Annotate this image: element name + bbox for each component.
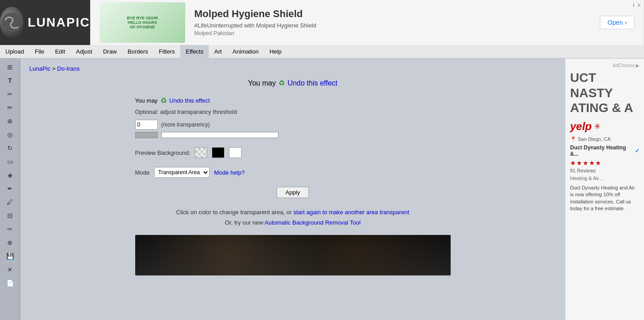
eyedropper-icon[interactable]: ✒ — [3, 182, 17, 195]
yelp-burst-icon: ✳ — [594, 122, 601, 131]
yelp-logo-area: yelp ✳ — [570, 120, 639, 133]
nav-effects[interactable]: Effects — [180, 45, 209, 59]
yelp-text: yelp — [570, 120, 592, 133]
auto-bg-removal-link[interactable]: Automatic Background Removal Tool — [265, 219, 361, 226]
stamp-icon[interactable]: ⊕ — [3, 236, 17, 249]
undo-prefix: You may — [135, 97, 158, 104]
apply-button[interactable]: Apply — [277, 187, 309, 198]
layers-icon[interactable]: ⊟ — [3, 209, 17, 222]
content-area: LunaPic > Do-trans You may ♻ Undo this e… — [20, 59, 565, 320]
ad-open-chevron: › — [625, 19, 627, 26]
logo-circle — [0, 7, 23, 38]
control-panel: You may ♻ Undo this effect Optional: adj… — [135, 96, 451, 275]
breadcrumb-home[interactable]: LunaPic — [29, 65, 50, 72]
rotate-icon[interactable]: ↻ — [3, 142, 17, 154]
page-icon[interactable]: 📄 — [3, 277, 17, 289]
logo-area: LUNAPIC — [0, 0, 90, 45]
ad-brand: Molped Pakistan — [194, 30, 591, 36]
right-ad-panel: AdChoices ▶ UCT NASTY ATING & A yelp ✳ 📍… — [565, 59, 644, 320]
left-toolbar: ⊞ T ✂ ✏ ⊕ ◎ ↻ ▭ ◈ ✒ 🖊 ⊟ ✑ ⊕ 💾 ✕ 📄 — [0, 59, 20, 320]
yelp-description: Duct Dynasty Heating and Air is now offe… — [570, 185, 639, 212]
brush-icon[interactable]: 🖊 — [3, 196, 17, 208]
scissors-icon[interactable]: ✂ — [3, 88, 17, 100]
preview-bg-row: Preview Background: — [135, 147, 451, 158]
apply-row: Apply — [135, 187, 451, 198]
ad-title: Molped Hygiene Shield — [194, 8, 591, 20]
main-title: You may ♻ Undo this effect — [29, 79, 556, 87]
nav-menu: Upload File Edit Adjust Draw Borders Fil… — [0, 45, 644, 59]
ad-subtitle: #LifeUninterrupted with Molped Hygiene S… — [194, 22, 591, 29]
star-3: ★ — [583, 159, 589, 167]
right-ad-partial-text: UCT NASTY ATING & A — [570, 70, 639, 116]
ad-open-button[interactable]: Open › — [600, 16, 635, 29]
start-again-link[interactable]: start again to make another area transpa… — [293, 209, 409, 216]
close-tool-icon[interactable]: ✕ — [3, 263, 17, 276]
biz-name-text: Duct Dynasty Heating &... — [570, 144, 633, 157]
nav-art[interactable]: Art — [209, 45, 227, 59]
slider-track[interactable] — [161, 132, 279, 138]
ad-open-label: Open — [607, 19, 623, 26]
yelp-location-text: San Diego, CA — [578, 136, 611, 142]
zoom-icon[interactable]: ⊕ — [3, 115, 17, 127]
undo-link-panel[interactable]: Undo this effect — [169, 97, 210, 104]
star-4: ★ — [589, 159, 595, 167]
undo-icon-panel: ♻ — [160, 96, 167, 105]
ad-choices-right: AdChoices ▶ — [570, 63, 639, 68]
star-5: ★ — [595, 159, 601, 167]
optional-text: Optional: adjust transparancy threshold — [135, 108, 451, 115]
nav-upload[interactable]: Upload — [0, 45, 29, 59]
nav-draw[interactable]: Draw — [98, 45, 122, 59]
ad-close-button[interactable]: ✕ — [637, 2, 641, 9]
nav-file[interactable]: File — [29, 45, 50, 59]
info-text-2: Or, try our new — [225, 219, 263, 226]
nav-edit[interactable]: Edit — [50, 45, 70, 59]
ad-visual-text: BYE BYE ODOR HELLO HOURS OF HYGIENE — [127, 16, 158, 29]
preview-bg-white[interactable] — [229, 147, 242, 158]
mode-select[interactable]: Transparent Area Color Fill Blur — [154, 167, 210, 178]
lasso-icon[interactable]: ◎ — [3, 128, 17, 141]
preview-bg-checker[interactable] — [195, 147, 207, 158]
verified-icon: ✓ — [635, 148, 639, 154]
star-2: ★ — [576, 159, 582, 167]
ad-banner: BYE BYE ODOR HELLO HOURS OF HYGIENE Molp… — [90, 0, 644, 45]
slider-row — [135, 132, 451, 138]
pencil-icon[interactable]: ✏ — [3, 101, 17, 114]
close-icon: ✕ — [637, 2, 641, 9]
main-layout: ⊞ T ✂ ✏ ⊕ ◎ ↻ ▭ ◈ ✒ 🖊 ⊟ ✑ ⊕ 💾 ✕ 📄 LunaPi… — [0, 59, 644, 320]
ad-visual: BYE BYE ODOR HELLO HOURS OF HYGIENE — [100, 2, 185, 43]
mode-help-link[interactable]: Mode help? — [214, 169, 245, 176]
main-title-prefix: You may — [248, 79, 276, 87]
threshold-input[interactable] — [135, 120, 158, 130]
image-preview — [135, 235, 451, 275]
crop-icon[interactable]: ⊞ — [3, 61, 17, 73]
undo-section: You may ♻ Undo this effect — [135, 96, 451, 105]
nav-filters[interactable]: Filters — [154, 45, 180, 59]
undo-link-main[interactable]: Undo this effect — [288, 79, 338, 87]
mode-row: Mode Transparent Area Color Fill Blur Mo… — [135, 167, 451, 178]
star-1: ★ — [570, 159, 576, 167]
nav-help[interactable]: Help — [264, 45, 287, 59]
fill-icon[interactable]: ◈ — [3, 169, 17, 181]
preview-bg-black[interactable] — [212, 147, 224, 158]
breadcrumb-current[interactable]: Do-trans — [57, 65, 80, 72]
breadcrumb: LunaPic > Do-trans — [29, 65, 556, 72]
ad-info-icon: ℹ — [633, 2, 635, 8]
nav-borders[interactable]: Borders — [122, 45, 154, 59]
top-ad-bar: LUNAPIC BYE BYE ODOR HELLO HOURS OF HYGI… — [0, 0, 644, 45]
slider-left-end — [135, 132, 158, 138]
duct-text: UCT NASTY ATING & A — [570, 71, 633, 115]
ad-content: Molped Hygiene Shield #LifeUninterrupted… — [194, 8, 591, 36]
save-icon[interactable]: 💾 — [3, 250, 17, 262]
rect-icon[interactable]: ▭ — [3, 155, 17, 168]
nav-adjust[interactable]: Adjust — [71, 45, 98, 59]
pen-icon[interactable]: ✑ — [3, 223, 17, 235]
mode-label: Mode — [135, 169, 150, 176]
undo-icon-main: ♻ — [279, 79, 285, 87]
bottom-info: Click on color to change transparent are… — [135, 207, 451, 228]
yelp-business-name: Duct Dynasty Heating &... ✓ — [570, 144, 639, 157]
preview-bg-label: Preview Background: — [135, 149, 191, 156]
nav-animation[interactable]: Animation — [227, 45, 264, 59]
text-icon[interactable]: T — [3, 74, 17, 87]
threshold-hint: (more transparency) — [161, 122, 210, 128]
yelp-reviews: 81 Reviews — [570, 168, 639, 173]
